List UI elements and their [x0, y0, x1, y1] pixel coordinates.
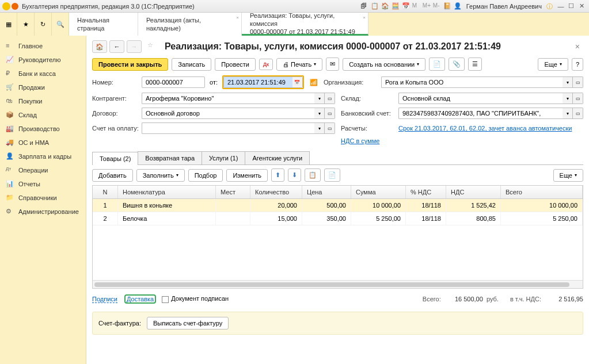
org-input[interactable] [381, 76, 563, 88]
toolbar-icon[interactable]: 📋 [371, 2, 379, 10]
maximize-button[interactable]: ☐ [567, 2, 576, 10]
open-button[interactable]: ▭ [325, 93, 335, 104]
dropdown-button[interactable]: ▾ [314, 108, 325, 119]
bank-input[interactable] [398, 108, 563, 119]
move-up-button[interactable]: ⬆ [271, 168, 284, 182]
issue-sf-button[interactable]: Выписать счет-фактуру [147, 317, 229, 329]
app-dropdown-icon[interactable] [12, 3, 18, 10]
more-button[interactable]: Еще▾ [538, 58, 568, 71]
sidebar-item-os-nma[interactable]: 🚚ОС и НМА [0, 136, 86, 150]
tab-start[interactable]: Начальная страница [69, 13, 138, 36]
dropdown-button[interactable]: ▾ [563, 93, 573, 104]
agenda-icon[interactable]: 📔 [443, 2, 451, 10]
dtkt-button[interactable]: Дк [259, 59, 273, 70]
fill-button[interactable]: Заполнить▾ [136, 169, 185, 182]
m-icon[interactable]: M [412, 2, 420, 10]
grid-more-button[interactable]: Еще▾ [553, 169, 583, 182]
post-button[interactable]: Провести [215, 58, 256, 71]
back-button[interactable]: ← [109, 40, 124, 53]
pick-button[interactable]: Подбор [188, 169, 223, 182]
tab-sale-document[interactable]: Реализация: Товары, услуги, комиссия 000… [242, 13, 368, 36]
sidebar-item-admin[interactable]: ⚙Администрирование [0, 205, 86, 219]
toolbar-icon[interactable]: 🗐 [360, 2, 368, 10]
sidebar-item-ops[interactable]: ДтОперации [0, 163, 86, 177]
delivery-link[interactable]: Доставка [124, 294, 156, 304]
calendar-icon[interactable]: 📅 [402, 2, 410, 10]
move-down-button[interactable]: ⬇ [288, 168, 301, 182]
tab-agency[interactable]: Агентские услуги [245, 151, 310, 164]
calc-link[interactable]: Срок 21.03.2017, 62.01, 62.02, зачет ава… [398, 125, 572, 132]
sidebar-item-stock[interactable]: 📦Склад [0, 108, 86, 122]
sidebar-item-sales[interactable]: 🛒Продажи [0, 81, 86, 94]
sidebar-item-reports[interactable]: 📊Отчеты [0, 177, 86, 191]
number-input[interactable] [142, 76, 205, 88]
m-minus-icon[interactable]: M- [433, 2, 441, 10]
list-button[interactable]: ☰ [468, 58, 482, 71]
signatures-link[interactable]: Подписи [92, 296, 117, 303]
toolbar-icon[interactable]: 🏠 [381, 2, 389, 10]
print-button[interactable]: 🖨 Печать▾ [276, 58, 322, 71]
open-button[interactable]: ▭ [573, 108, 583, 119]
sidebar-item-bank[interactable]: ₽Банк и касса [0, 67, 86, 81]
star-icon[interactable]: ★ [17, 13, 35, 36]
attach-button[interactable]: 📎 [449, 58, 465, 71]
open-button[interactable]: ▭ [573, 76, 583, 88]
invoice-for-input[interactable] [142, 122, 314, 134]
sidebar-item-purchases[interactable]: 🛍Покупки [0, 94, 86, 108]
tab-services[interactable]: Услуги (1) [202, 151, 245, 164]
post-and-close-button[interactable]: Провести и закрыть [92, 58, 168, 71]
date-input[interactable] [223, 76, 292, 88]
vat-mode-link[interactable]: НДС в сумме [341, 137, 379, 144]
edit-row-button[interactable]: Изменить [226, 169, 268, 182]
add-row-button[interactable]: Добавить [92, 169, 133, 182]
info-icon[interactable]: ⓘ [546, 2, 554, 10]
write-button[interactable]: Записать [172, 58, 211, 71]
tab-goods[interactable]: Товары (2) [92, 152, 138, 165]
search-icon[interactable]: 🔍 [52, 13, 69, 36]
dropdown-button[interactable]: ▾ [563, 76, 573, 88]
tab-sales-list[interactable]: Реализация (акты, накладные)× [138, 13, 242, 36]
counterparty-input[interactable] [142, 93, 314, 104]
dropdown-button[interactable]: ▾ [314, 93, 325, 104]
close-page-button[interactable]: × [572, 42, 583, 51]
close-icon[interactable]: × [236, 15, 239, 20]
forward-button[interactable]: → [127, 40, 142, 53]
calculator-icon[interactable]: 🧮 [392, 2, 400, 10]
current-user[interactable]: Герман Павел Андреевич [466, 3, 542, 10]
paste-button[interactable]: 📄 [324, 168, 340, 182]
close-button[interactable]: ✕ [577, 2, 586, 10]
new-doc-button[interactable]: 📄 [429, 58, 445, 71]
create-based-button[interactable]: Создать на основании▾ [343, 58, 425, 71]
sidebar-item-refs[interactable]: 📁Справочники [0, 191, 86, 205]
contract-input[interactable] [142, 108, 314, 119]
m-plus-icon[interactable]: M+ [423, 2, 431, 10]
minimize-button[interactable]: — [556, 2, 565, 10]
copy-button[interactable]: 📋 [305, 168, 321, 182]
mail-button[interactable]: ✉ [326, 58, 339, 71]
close-icon[interactable]: × [363, 15, 366, 20]
date-picker-button[interactable]: 📅 [292, 76, 303, 88]
favorite-icon[interactable]: ☆ [147, 41, 158, 52]
doc-signed-checkbox[interactable] [162, 296, 169, 303]
open-button[interactable]: ▭ [325, 108, 335, 119]
history-icon[interactable]: ↻ [35, 13, 52, 36]
col-price: Цена [302, 186, 351, 198]
help-button[interactable]: ? [572, 58, 583, 71]
home-button[interactable]: 🏠 [92, 40, 107, 53]
table-row[interactable]: 2 Белочка 15,000 350,00 5 250,00 18/118 … [93, 212, 583, 225]
sidebar-item-manager[interactable]: 📈Руководителю [0, 53, 86, 67]
open-button[interactable]: ▭ [325, 122, 335, 134]
sidebar-item-production[interactable]: 🏭Производство [0, 122, 86, 136]
dropdown-button[interactable]: ▾ [563, 108, 573, 119]
sidebar-item-salary[interactable]: 👤Зарплата и кадры [0, 150, 86, 163]
warehouse-input[interactable] [398, 93, 563, 104]
dropdown-button[interactable]: ▾ [314, 122, 325, 134]
h-scrollbar[interactable] [93, 280, 583, 288]
sidebar-item-main[interactable]: ≡Главное [0, 39, 86, 53]
sidebar-item-label: Отчеты [18, 181, 40, 187]
apps-icon[interactable]: ▦ [0, 13, 17, 36]
table-row[interactable]: 1 Вишня в коньяке 20,000 500,00 10 000,0… [93, 199, 583, 212]
tab-tara[interactable]: Возвратная тара [138, 151, 202, 164]
status-icon[interactable]: 📶 [310, 79, 318, 86]
open-button[interactable]: ▭ [573, 93, 583, 104]
